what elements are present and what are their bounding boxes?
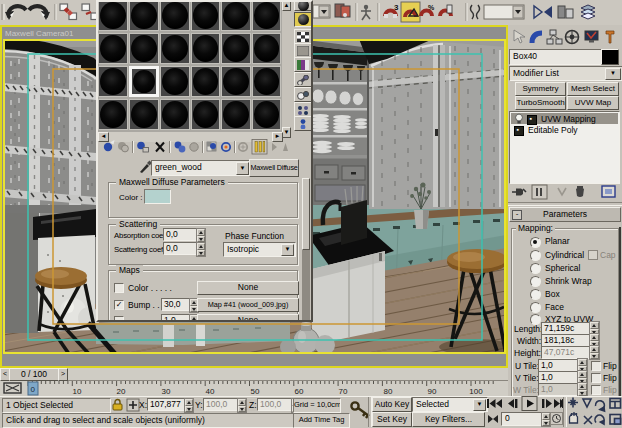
svg-text:100: 100 [469, 387, 483, 396]
svg-text:90: 90 [428, 387, 437, 396]
svg-text:20: 20 [117, 387, 126, 396]
svg-text:60: 60 [295, 387, 304, 396]
svg-text:3: 3 [394, 3, 399, 12]
svg-text:30: 30 [162, 387, 171, 396]
svg-text:10: 10 [73, 387, 82, 396]
svg-text:%: % [428, 4, 435, 11]
svg-text:70: 70 [339, 387, 348, 396]
svg-text:40: 40 [206, 387, 215, 396]
svg-text:80: 80 [384, 387, 393, 396]
svg-text:0: 0 [31, 385, 36, 394]
svg-text:50: 50 [251, 387, 260, 396]
